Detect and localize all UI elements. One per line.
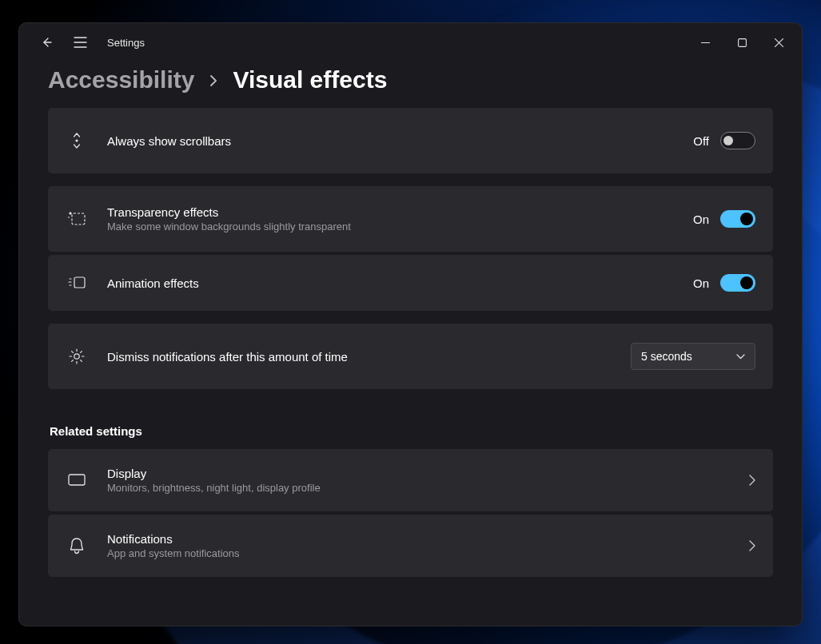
toggle-state-label: Off: [693, 134, 709, 148]
close-icon: [775, 38, 783, 47]
chevron-right-icon: [749, 475, 755, 486]
row-title: Notifications: [107, 532, 749, 546]
related-display[interactable]: Display Monitors, brightness, night ligh…: [48, 449, 773, 511]
animation-icon: [66, 275, 88, 291]
row-dismiss-notifications[interactable]: Dismiss notifications after this amount …: [48, 324, 773, 389]
svg-point-4: [74, 354, 79, 359]
related-notifications[interactable]: Notifications App and system notificatio…: [48, 515, 773, 577]
close-button[interactable]: [760, 29, 797, 56]
row-always-show-scrollbars[interactable]: Always show scrollbars Off: [48, 108, 773, 173]
desktop-wallpaper: Settings: [0, 0, 821, 644]
row-animation-effects[interactable]: Animation effects On: [48, 255, 773, 311]
row-transparency-effects[interactable]: Transparency effects Make some window ba…: [48, 186, 773, 252]
row-title: Display: [107, 467, 749, 480]
row-title: Transparency effects: [107, 205, 693, 219]
row-subtitle: Monitors, brightness, night light, displ…: [107, 482, 749, 494]
row-subtitle: App and system notifications: [107, 547, 749, 559]
nav-menu-button[interactable]: [64, 26, 96, 58]
settings-window: Settings: [18, 22, 803, 626]
svg-rect-5: [69, 475, 85, 485]
row-title: Animation effects: [107, 276, 693, 290]
svg-rect-0: [738, 38, 746, 46]
row-title: Always show scrollbars: [107, 134, 693, 148]
breadcrumb-parent[interactable]: Accessibility: [48, 66, 194, 93]
content-area: Always show scrollbars Off: [19, 108, 802, 577]
titlebar: Settings: [19, 23, 802, 62]
svg-rect-3: [74, 277, 85, 288]
titlebar-left: Settings: [30, 26, 145, 58]
row-subtitle: Make some window backgrounds slightly tr…: [107, 221, 693, 233]
hamburger-icon: [74, 37, 87, 48]
toggle-state-label: On: [693, 276, 709, 290]
related-settings-heading: Related settings: [48, 423, 773, 449]
toggle-state-label: On: [693, 213, 709, 226]
scrollbars-icon: [66, 131, 88, 150]
chevron-down-icon: [736, 354, 745, 360]
transparency-icon: [66, 210, 88, 228]
page-title: Visual effects: [233, 66, 387, 93]
svg-point-1: [75, 139, 78, 141]
transparency-toggle[interactable]: [720, 210, 755, 228]
minimize-button[interactable]: [687, 29, 723, 56]
chevron-right-icon: [749, 540, 755, 551]
display-icon: [66, 473, 88, 487]
brightness-icon: [66, 347, 88, 366]
row-title: Dismiss notifications after this amount …: [107, 350, 631, 364]
minimize-icon: [701, 38, 710, 47]
maximize-icon: [738, 38, 747, 47]
breadcrumb: Accessibility Visual effects: [19, 62, 802, 108]
maximize-button[interactable]: [723, 29, 760, 56]
window-controls: [687, 29, 797, 56]
back-button[interactable]: [30, 26, 62, 58]
chevron-right-icon: [209, 75, 218, 86]
arrow-left-icon: [40, 36, 53, 49]
bell-icon: [66, 537, 88, 555]
window-title: Settings: [107, 37, 145, 49]
scrollbars-toggle[interactable]: [720, 132, 755, 149]
dropdown-value: 5 seconds: [641, 350, 692, 363]
dismiss-time-dropdown[interactable]: 5 seconds: [631, 343, 755, 370]
animation-toggle[interactable]: [720, 274, 755, 292]
svg-rect-2: [72, 213, 85, 225]
